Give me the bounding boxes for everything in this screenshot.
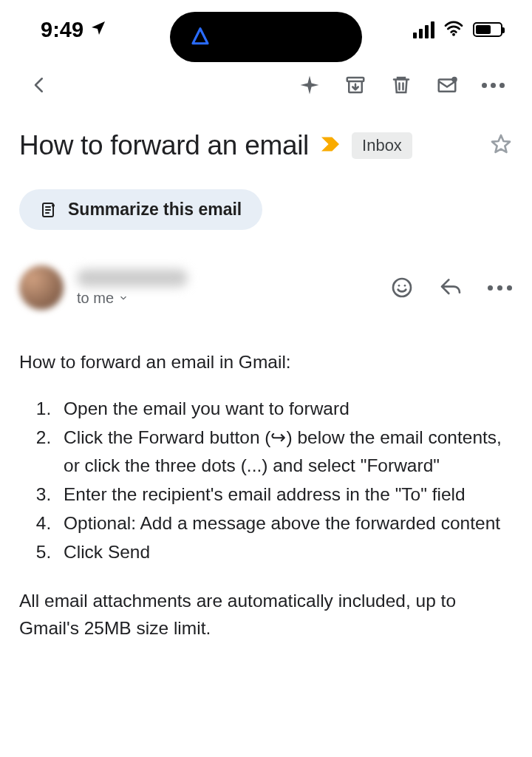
react-button[interactable] xyxy=(389,274,415,301)
svg-point-8 xyxy=(404,285,406,287)
sender-name[interactable] xyxy=(77,269,188,287)
summarize-button[interactable]: Summarize this email xyxy=(19,189,262,230)
avatar[interactable] xyxy=(19,265,64,310)
svg-point-5 xyxy=(52,204,55,207)
status-bar: 9:49 xyxy=(0,0,532,59)
email-body: How to forward an email in Gmail: Open t… xyxy=(0,316,532,674)
battery-icon xyxy=(473,22,502,37)
star-button[interactable] xyxy=(489,132,513,159)
status-time: 9:49 xyxy=(41,18,83,42)
email-subject: How to forward an email xyxy=(19,130,309,161)
location-icon xyxy=(89,19,107,40)
list-item: Enter the recipient's email address in t… xyxy=(56,481,513,508)
wifi-icon xyxy=(443,20,464,39)
sender-row: to me xyxy=(0,245,532,316)
body-intro: How to forward an email in Gmail: xyxy=(19,348,513,376)
list-item: Click the Forward button (↪) below the e… xyxy=(56,424,513,478)
list-item: Optional: Add a message above the forwar… xyxy=(56,509,513,537)
delete-button[interactable] xyxy=(383,67,420,103)
summarize-label: Summarize this email xyxy=(68,200,242,220)
svg-point-0 xyxy=(452,33,455,36)
dynamic-island xyxy=(170,12,362,62)
svg-point-7 xyxy=(398,285,400,287)
inbox-label[interactable]: Inbox xyxy=(352,132,412,159)
svg-rect-1 xyxy=(347,78,364,81)
list-item: Click Send xyxy=(56,538,513,566)
svg-point-6 xyxy=(393,279,411,296)
svg-point-3 xyxy=(451,77,457,83)
subject-row: How to forward an email Inbox xyxy=(0,123,532,167)
mark-unread-button[interactable] xyxy=(429,67,466,103)
signal-icon xyxy=(413,21,434,38)
sparkle-icon[interactable] xyxy=(291,67,328,103)
reply-button[interactable] xyxy=(437,274,464,301)
steps-list: Open the email you want to forward Click… xyxy=(19,376,513,586)
back-button[interactable] xyxy=(21,67,58,103)
toolbar xyxy=(0,59,532,123)
important-marker-icon[interactable] xyxy=(319,135,341,156)
body-footer: All email attachments are automatically … xyxy=(19,587,513,642)
more-button[interactable] xyxy=(474,67,511,103)
recipient-line[interactable]: to me xyxy=(77,290,188,307)
list-item: Open the email you want to forward xyxy=(56,395,513,422)
sender-more-button[interactable] xyxy=(486,274,513,301)
archive-button[interactable] xyxy=(337,67,374,103)
